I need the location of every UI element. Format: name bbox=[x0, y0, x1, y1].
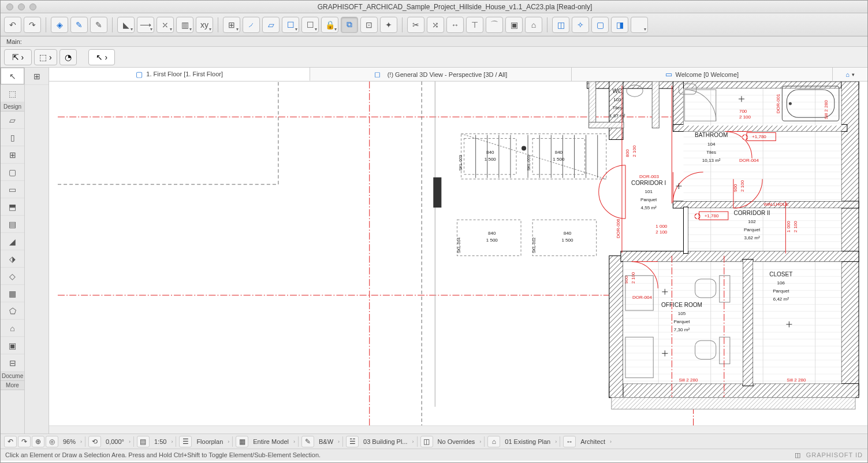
scale-value[interactable]: 1:50 bbox=[151, 438, 170, 445]
roof-tool[interactable]: ◢ bbox=[1, 233, 24, 250]
grid-view-toggle[interactable]: ⊞ bbox=[25, 68, 49, 85]
chevron-down-icon[interactable]: ▾ bbox=[852, 72, 855, 77]
arrow-tool[interactable]: ↖ bbox=[1, 68, 24, 85]
intersect-button[interactable]: ⊤ bbox=[466, 17, 483, 33]
object-tool[interactable]: ⌂ bbox=[1, 320, 24, 337]
tab-welcome[interactable]: ▭ Welcome [0 Welcome] bbox=[572, 68, 833, 81]
svg-rect-51 bbox=[589, 122, 624, 128]
snap-guide-button[interactable]: ⟶▾ bbox=[137, 17, 154, 33]
penset-value[interactable]: B&W bbox=[315, 438, 337, 445]
minimize-window-icon[interactable] bbox=[18, 3, 25, 10]
guideline-button[interactable]: ◣▾ bbox=[117, 17, 135, 33]
favorite-dropdown[interactable]: ⇱ › bbox=[4, 49, 32, 65]
content-area: ▢ 1. First Floor [1. First Floor] ◻ (!) … bbox=[49, 68, 867, 434]
stair-tool[interactable]: ▤ bbox=[1, 216, 24, 233]
renov-value[interactable]: 01 Existing Plan bbox=[501, 438, 554, 445]
scale-icon[interactable]: ▤ bbox=[137, 436, 150, 447]
suspend-groups-button[interactable]: ⧉ bbox=[341, 17, 358, 33]
svg-text:SKL-003: SKL-003 bbox=[459, 155, 463, 171]
marquee-dropdown[interactable]: ⬚ › bbox=[34, 49, 57, 65]
model-icon[interactable]: ▦ bbox=[236, 436, 248, 447]
group-toggle-button[interactable]: 🔒▾ bbox=[321, 17, 338, 33]
pick-button[interactable]: ◈ bbox=[51, 17, 68, 33]
coord-button[interactable]: xy▾ bbox=[196, 17, 213, 33]
view-value[interactable]: Floorplan bbox=[193, 438, 226, 445]
orient-button[interactable]: ✦ bbox=[380, 17, 397, 33]
slab-tool[interactable]: ⬒ bbox=[1, 198, 24, 216]
shell-button[interactable]: ◨ bbox=[611, 17, 628, 33]
more-button[interactable]: ▾ bbox=[631, 17, 648, 33]
snap-point-button[interactable]: ⤫▾ bbox=[157, 17, 174, 33]
chevron-right-icon[interactable]: › bbox=[80, 439, 82, 445]
home-icon[interactable]: ⌂ bbox=[845, 71, 850, 78]
angle-value[interactable]: 0,000° bbox=[102, 438, 128, 445]
trace-button[interactable]: ☐▾ bbox=[301, 17, 319, 33]
layercomb-value[interactable]: 03 Building Pl... bbox=[360, 438, 411, 445]
plane-button[interactable]: ▱ bbox=[262, 17, 280, 33]
zoom-value[interactable]: 96% bbox=[59, 438, 79, 445]
redo-button[interactable]: ↷ bbox=[24, 17, 41, 33]
door-tool[interactable]: ▯ bbox=[1, 129, 24, 146]
zoom-in-button[interactable]: ⊕ bbox=[32, 436, 44, 447]
tab-first-floor[interactable]: ▢ 1. First Floor [1. First Floor] bbox=[49, 68, 310, 81]
align-button[interactable]: ⌂ bbox=[525, 17, 542, 33]
renov-icon[interactable]: ⌂ bbox=[487, 436, 500, 447]
wall-tool[interactable]: ▱ bbox=[1, 112, 24, 129]
rotate-icon[interactable]: ⟲ bbox=[88, 436, 101, 447]
trim-button[interactable]: ✂ bbox=[407, 17, 424, 33]
window-tool[interactable]: ⊞ bbox=[1, 146, 24, 164]
layer-button[interactable]: ☐▾ bbox=[282, 17, 299, 33]
marquee-tool[interactable]: ⬚ bbox=[1, 85, 24, 102]
override-icon[interactable]: ◫ bbox=[420, 436, 433, 447]
teamwork-icon[interactable]: ◫ bbox=[795, 451, 800, 459]
morph-button[interactable]: ▢ bbox=[591, 17, 609, 33]
penset-icon[interactable]: ✎ bbox=[301, 436, 314, 447]
drawing-canvas[interactable]: SKL-003 840 1 500 SKL-001 840 1 500 SKL-… bbox=[49, 82, 867, 425]
zone-tool[interactable]: ▣ bbox=[1, 337, 24, 354]
layer-select-button[interactable]: ◔ bbox=[59, 49, 77, 65]
gravity-button[interactable]: ⟋ bbox=[243, 17, 260, 33]
resize-button[interactable]: ▣ bbox=[505, 17, 523, 33]
close-window-icon[interactable] bbox=[6, 3, 13, 10]
tab-label: (!) General 3D View - Perspective [3D / … bbox=[388, 71, 508, 78]
svg-text:SKL-004: SKL-004 bbox=[457, 238, 461, 253]
model-value[interactable]: Entire Model bbox=[249, 438, 292, 445]
column-tool[interactable]: ▢ bbox=[1, 164, 24, 181]
fit-button[interactable]: ◎ bbox=[46, 436, 58, 447]
layer-combo-icon[interactable]: ☱ bbox=[346, 436, 359, 447]
split-button[interactable]: ⤮ bbox=[427, 17, 444, 33]
zoom-window-icon[interactable] bbox=[29, 3, 36, 10]
orbit-back-button[interactable]: ↶ bbox=[4, 436, 17, 447]
svg-text:DOR-004: DOR-004 bbox=[739, 158, 759, 163]
titlebar: GRAPHISOFT_ARCHICAD_Sample_Project_Hills… bbox=[1, 1, 867, 13]
dim-value[interactable]: Architect bbox=[577, 438, 609, 445]
shell-tool[interactable]: ⬗ bbox=[1, 250, 24, 268]
dimension-setting-button[interactable]: ⊡ bbox=[360, 17, 378, 33]
document-section-label: Docume bbox=[1, 372, 24, 381]
horizontal-scrollbar[interactable] bbox=[49, 425, 867, 434]
undo-button[interactable]: ↶ bbox=[4, 17, 21, 33]
beam-tool[interactable]: ▭ bbox=[1, 181, 24, 198]
fillet-button[interactable]: ⌒ bbox=[486, 17, 503, 33]
layers-icon[interactable]: ☰ bbox=[179, 436, 192, 447]
mesh-tool[interactable]: ⊟ bbox=[1, 354, 24, 372]
svg-text:BATHROOM: BATHROOM bbox=[695, 132, 728, 138]
ruler-button[interactable]: ▥▾ bbox=[176, 17, 193, 33]
svg-text:2 100: 2 100 bbox=[740, 180, 745, 192]
arrow-mode-button[interactable]: ↖ › bbox=[88, 49, 115, 65]
magic-wand-button[interactable]: ✧ bbox=[572, 17, 589, 33]
brand-label[interactable]: GRAPHISOFT ID bbox=[806, 451, 863, 458]
seo-add-button[interactable]: ◫ bbox=[552, 17, 569, 33]
orbit-fwd-button[interactable]: ↷ bbox=[18, 436, 31, 447]
adjust-button[interactable]: ↔ bbox=[446, 17, 464, 33]
curtain-wall-tool[interactable]: ▦ bbox=[1, 285, 24, 302]
morph-tool[interactable]: ⬠ bbox=[1, 302, 24, 320]
override-value[interactable]: No Overrides bbox=[434, 438, 479, 445]
dim-icon[interactable]: ↔ bbox=[563, 436, 576, 447]
grid-button[interactable]: ⊞▾ bbox=[223, 17, 240, 33]
measure-button[interactable]: ✎ bbox=[90, 17, 107, 33]
skylight-tool[interactable]: ◇ bbox=[1, 268, 24, 285]
inject-button[interactable]: ✎ bbox=[70, 17, 88, 33]
tab-3d-view[interactable]: ◻ (!) General 3D View - Perspective [3D … bbox=[310, 68, 571, 81]
status-bar: Click an Element or Draw a Selection Are… bbox=[1, 449, 867, 461]
